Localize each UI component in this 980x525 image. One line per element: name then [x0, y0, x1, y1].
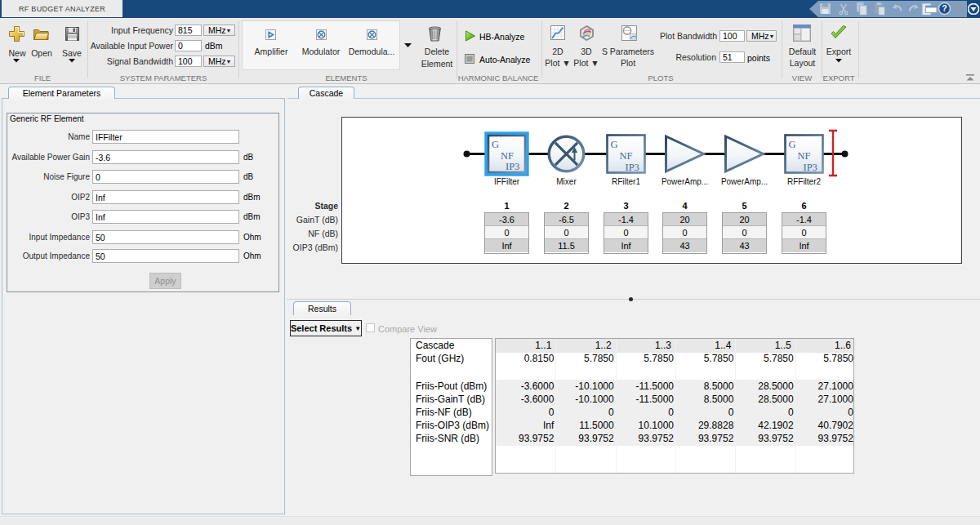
svg-text:IFFilter: IFFilter [494, 177, 520, 186]
svg-text:IP3: IP3 [506, 161, 519, 172]
svg-text:RFFilter2: RFFilter2 [787, 177, 822, 186]
svg-text:Mixer: Mixer [556, 177, 577, 186]
svg-text:?: ? [942, 3, 947, 13]
svg-text:RFilter1: RFilter1 [612, 177, 640, 186]
svg-text:IP3: IP3 [626, 162, 639, 173]
svg-text:PowerAmp...: PowerAmp... [662, 177, 708, 186]
svg-text:G: G [492, 139, 499, 150]
svg-text:PowerAmp...: PowerAmp... [721, 177, 768, 186]
svg-text:IP3: IP3 [804, 162, 817, 173]
svg-text:NF: NF [501, 150, 514, 162]
svg-text:NF: NF [620, 150, 633, 162]
svg-text:G: G [789, 139, 796, 150]
svg-text:G: G [611, 139, 618, 150]
svg-text:NF: NF [798, 150, 811, 162]
